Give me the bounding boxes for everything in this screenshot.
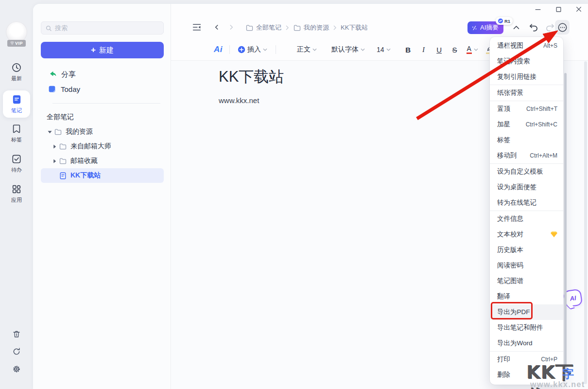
undo-button[interactable]	[528, 23, 538, 32]
today-icon	[48, 85, 56, 93]
settings-button[interactable]	[0, 365, 33, 373]
collapse-toolbar-button[interactable]	[512, 23, 520, 32]
italic-button[interactable]: I	[419, 46, 429, 54]
panel-divider	[52, 103, 160, 104]
tree-item-label: 我的资源	[66, 127, 93, 136]
vip-gem-icon	[10, 41, 14, 45]
menu-item[interactable]: 笔记内搜索	[490, 53, 563, 69]
collapse-panel-button[interactable]	[192, 23, 202, 32]
font-size-select[interactable]: 14	[377, 46, 391, 53]
tree-caret-icon[interactable]	[52, 159, 57, 163]
back-button[interactable]	[213, 23, 221, 31]
bold-button[interactable]: B	[403, 46, 413, 54]
breadcrumb-item[interactable]: KK下载站	[341, 23, 368, 32]
today-item[interactable]: Today	[41, 82, 164, 96]
all-notes-item[interactable]: 全部笔记	[47, 113, 74, 122]
menu-item[interactable]: 导出为PDF	[490, 304, 563, 320]
menu-item[interactable]: 文本校对	[490, 227, 563, 242]
rail-item-todo[interactable]: 待办	[3, 154, 30, 174]
paragraph-style-select[interactable]: 正文	[297, 45, 317, 54]
sync-button[interactable]	[0, 347, 33, 356]
menu-item-label: 标签	[497, 136, 510, 144]
menu-item[interactable]: 转为在线笔记	[490, 195, 563, 211]
whale-icon	[498, 18, 503, 23]
menu-item[interactable]: 笔记图谱	[490, 273, 563, 289]
menu-item[interactable]: 阅读密码	[490, 258, 563, 273]
folder-icon	[59, 157, 67, 165]
menu-item[interactable]: 翻译	[490, 289, 563, 304]
menu-item[interactable]: 设为桌面便签	[490, 179, 563, 195]
breadcrumb-item[interactable]: 我的资源	[293, 23, 329, 32]
new-note-button[interactable]: + 新建	[41, 42, 164, 58]
close-button[interactable]	[574, 5, 583, 14]
badge-label: R1	[504, 18, 510, 24]
tree-item-folder[interactable]: 我的资源	[41, 124, 164, 139]
menu-item[interactable]: 通栏视图Alt+S	[490, 38, 563, 53]
menu-item-label: 纸张背景	[497, 88, 523, 97]
tree-item-label: KK下载站	[70, 171, 101, 180]
breadcrumb-separator-icon	[333, 25, 337, 30]
menu-item-label: 移动到	[497, 151, 517, 160]
recent-icon	[11, 62, 22, 73]
insert-button[interactable]: 插入	[238, 45, 267, 54]
menu-item-label: 阅读密码	[497, 261, 523, 270]
note-body-text[interactable]: www.kkx.net	[219, 96, 259, 105]
note-title[interactable]: KK下载站	[219, 67, 284, 87]
left-rail: VIP 最新笔记标签待办应用	[0, 0, 33, 389]
tree-caret-icon[interactable]	[47, 130, 52, 134]
folder-icon	[245, 24, 254, 32]
underline-button[interactable]: U	[434, 46, 444, 54]
font-family-select[interactable]: 默认字体	[331, 45, 365, 54]
chevron-down-icon	[361, 48, 365, 51]
trash-button[interactable]	[0, 330, 33, 338]
tree-item-label: 邮箱收藏	[70, 157, 98, 165]
search-input[interactable]: 搜索	[41, 21, 164, 35]
font-color-button[interactable]: A	[467, 45, 478, 54]
shared-notes-item[interactable]: 分享	[41, 68, 164, 81]
menu-item-label: 导出为PDF	[497, 308, 530, 317]
menu-item-label: 历史版本	[497, 246, 523, 254]
rail-item-tags[interactable]: 标签	[3, 124, 30, 143]
menu-item[interactable]: 纸张背景	[490, 85, 563, 101]
minimize-button[interactable]	[534, 5, 542, 14]
vip-badge[interactable]: VIP	[7, 40, 26, 47]
menu-item-shortcut: Alt+S	[543, 42, 557, 49]
redo-button[interactable]	[545, 23, 555, 32]
menu-item[interactable]: 设为自定义模板	[490, 164, 563, 179]
menu-item[interactable]: 加星Ctrl+Shift+C	[490, 117, 563, 132]
rail-item-notes[interactable]: 笔记	[3, 90, 30, 118]
menu-item-label: 设为桌面便签	[497, 183, 536, 192]
menu-item[interactable]: 文件信息	[490, 211, 563, 227]
menu-item-label: 翻译	[497, 292, 510, 301]
menu-item-label: 设为自定义模板	[497, 167, 543, 176]
breadcrumb-item[interactable]: 全部笔记	[245, 23, 281, 32]
chevron-down-icon	[474, 48, 478, 51]
menu-item[interactable]: 导出为Word	[490, 336, 563, 351]
menu-item[interactable]: 标签	[490, 132, 563, 148]
menu-item-label: 打印	[497, 355, 510, 364]
maximize-button[interactable]	[554, 5, 563, 14]
menu-item[interactable]: 导出笔记和附件	[490, 320, 563, 336]
tree-item-folder[interactable]: 来自邮箱大师	[41, 139, 164, 154]
menu-item[interactable]: 历史版本	[490, 242, 563, 258]
tree-item-selected[interactable]: KK下载站	[41, 168, 164, 183]
rail-item-apps[interactable]: 应用	[3, 184, 30, 204]
ai-assistant-button[interactable]: Ai	[214, 45, 223, 54]
editor-scrollbar[interactable]	[584, 61, 587, 384]
tree-caret-icon[interactable]	[52, 144, 57, 149]
rail-item-recent[interactable]: 最新	[3, 62, 30, 82]
menu-item[interactable]: 复制引用链接	[490, 69, 563, 85]
menu-scrollbar[interactable]	[564, 73, 567, 378]
menu-item[interactable]: 置顶Ctrl+Shift+T	[490, 101, 563, 117]
tree-item-folder[interactable]: 邮箱收藏	[41, 154, 164, 168]
folder-tree: 我的资源来自邮箱大师邮箱收藏KK下载站	[41, 124, 164, 183]
strikethrough-button[interactable]: S	[450, 46, 460, 54]
forward-button[interactable]	[227, 23, 235, 31]
menu-item[interactable]: 移动到Ctrl+Alt+M	[490, 148, 563, 163]
folder-icon	[59, 142, 67, 151]
more-options-button[interactable]	[555, 20, 570, 35]
more-options-menu: 通栏视图Alt+S笔记内搜索复制引用链接纸张背景置顶Ctrl+Shift+T加星…	[490, 37, 563, 385]
menu-item-shortcut: Ctrl+Alt+M	[530, 152, 557, 159]
deepseek-r1-badge: R1	[496, 17, 513, 25]
chevron-down-icon	[386, 48, 391, 51]
